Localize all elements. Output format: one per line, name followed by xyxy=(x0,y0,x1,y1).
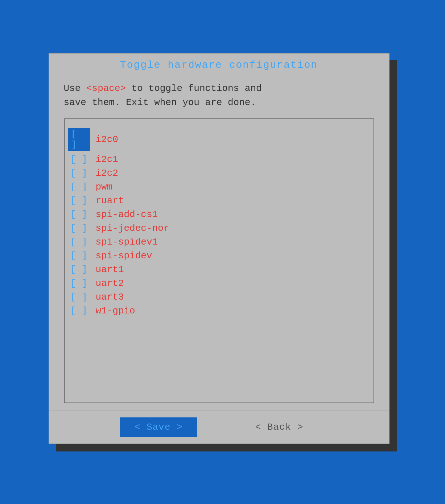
instructions-line1-prefix: Use xyxy=(64,83,86,94)
space-key-label: <space> xyxy=(86,83,126,94)
item-label-i2c2: i2c2 xyxy=(96,168,118,179)
checkbox-i2c0: [ ] xyxy=(68,128,90,151)
list-item[interactable]: [ ]spi-spidev1 xyxy=(68,235,370,249)
checkbox-w1-gpio: [ ] xyxy=(68,305,90,316)
list-item[interactable]: [ ]uart2 xyxy=(68,276,370,290)
checkbox-i2c1: [ ] xyxy=(68,154,90,165)
dialog-title: Toggle hardware configuration xyxy=(120,59,318,71)
item-label-uart1: uart1 xyxy=(96,264,124,275)
list-item[interactable]: [ ]pwm xyxy=(68,180,370,194)
item-label-spi-spidev: spi-spidev xyxy=(96,250,152,261)
list-item[interactable]: [ ]spi-spidev xyxy=(68,249,370,263)
save-button[interactable]: < Save > xyxy=(120,417,197,437)
item-label-i2c0: i2c0 xyxy=(96,134,118,145)
checkbox-spi-spidev: [ ] xyxy=(68,250,90,261)
item-label-w1-gpio: w1-gpio xyxy=(96,305,135,316)
checkbox-uart1: [ ] xyxy=(68,264,90,275)
list-item[interactable]: [ ]spi-add-cs1 xyxy=(68,208,370,221)
checkbox-ruart: [ ] xyxy=(68,195,90,206)
item-label-i2c1: i2c1 xyxy=(96,154,118,165)
list-item[interactable]: [ ]w1-gpio xyxy=(68,304,370,318)
checkbox-pwm: [ ] xyxy=(68,182,90,192)
list-item[interactable]: [ ]spi-jedec-nor xyxy=(68,221,370,235)
back-button[interactable]: < Back > xyxy=(241,417,318,437)
checkbox-spi-jedec-nor: [ ] xyxy=(68,223,90,234)
item-label-uart2: uart2 xyxy=(96,278,124,289)
item-label-uart3: uart3 xyxy=(96,292,124,303)
item-label-spi-spidev1: spi-spidev1 xyxy=(96,237,158,247)
instructions: Use <space> to toggle functions and save… xyxy=(64,82,374,110)
dialog-footer: < Save > < Back > xyxy=(49,411,389,443)
checkbox-uart2: [ ] xyxy=(68,278,90,289)
item-label-spi-jedec-nor: spi-jedec-nor xyxy=(96,223,169,234)
list-item[interactable]: [ ]uart1 xyxy=(68,263,370,276)
item-label-ruart: ruart xyxy=(96,195,124,206)
dialog-container: Toggle hardware configuration Use <space… xyxy=(49,53,397,451)
checkbox-spi-spidev1: [ ] xyxy=(68,237,90,247)
hardware-list: [ ]i2c0[ ]i2c1[ ]i2c2[ ]pwm[ ]ruart[ ]sp… xyxy=(64,118,374,403)
item-label-pwm: pwm xyxy=(96,182,113,192)
list-item[interactable]: [ ]i2c2 xyxy=(68,166,370,180)
list-item[interactable]: [ ]i2c0 xyxy=(68,126,370,153)
list-item[interactable]: [ ]i2c1 xyxy=(68,153,370,166)
checkbox-i2c2: [ ] xyxy=(68,168,90,179)
list-item[interactable]: [ ]ruart xyxy=(68,194,370,208)
checkbox-spi-add-cs1: [ ] xyxy=(68,209,90,220)
item-label-spi-add-cs1: spi-add-cs1 xyxy=(96,209,158,220)
title-bar: Toggle hardware configuration xyxy=(49,54,389,74)
list-item[interactable]: [ ]uart3 xyxy=(68,290,370,304)
checkbox-uart3: [ ] xyxy=(68,292,90,303)
instructions-line1-suffix: to toggle functions and xyxy=(126,83,261,94)
dialog: Toggle hardware configuration Use <space… xyxy=(49,53,390,444)
dialog-body: Use <space> to toggle functions and save… xyxy=(49,74,389,411)
instructions-line2: save them. Exit when you are done. xyxy=(64,97,256,108)
